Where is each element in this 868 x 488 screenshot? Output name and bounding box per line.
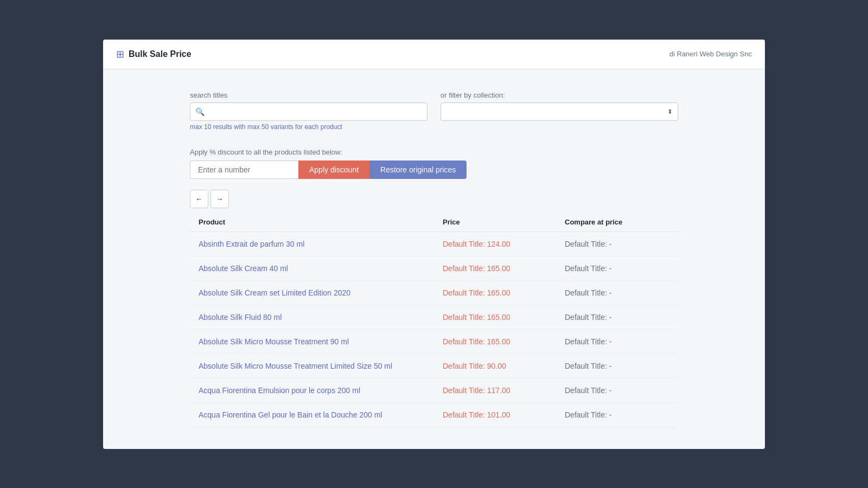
product-name: Absinth Extrait de parfum 30 ml — [190, 232, 434, 256]
search-row: search titles 🔍 max 10 results with max … — [190, 91, 678, 131]
discount-section: Apply % discount to all the products lis… — [190, 148, 678, 179]
product-price: Default Title: 165.00 — [434, 256, 556, 280]
search-input[interactable] — [190, 102, 427, 121]
apply-discount-button[interactable]: Apply discount — [298, 160, 369, 179]
product-compare-price: Default Title: - — [556, 256, 678, 280]
filter-group: or filter by collection: ⬍ — [441, 91, 678, 121]
product-compare-price: Default Title: - — [556, 402, 678, 427]
pagination-row: ← → — [190, 190, 678, 208]
collection-select-wrapper: ⬍ — [441, 102, 678, 121]
product-compare-price: Default Title: - — [556, 305, 678, 329]
product-compare-price: Default Title: - — [556, 378, 678, 402]
product-name: Absolute Silk Fluid 80 ml — [190, 305, 434, 329]
discount-row: Apply discount Restore original prices — [190, 160, 678, 179]
app-title: Bulk Sale Price — [129, 49, 192, 59]
table-row: Absolute Silk Cream 40 ml Default Title:… — [190, 256, 678, 280]
search-icon: 🔍 — [195, 107, 205, 116]
header-left: ⊞ Bulk Sale Price — [116, 48, 192, 60]
product-name: Absolute Silk Cream set Limited Edition … — [190, 280, 434, 305]
discount-input[interactable] — [190, 160, 298, 179]
header-branding: di Raneri Web Design Snc — [669, 50, 752, 58]
product-price: Default Title: 90.00 — [434, 354, 556, 378]
content-area: search titles 🔍 max 10 results with max … — [103, 69, 765, 449]
table-header-row: Product Price Compare at price — [190, 213, 678, 232]
table-row: Absinth Extrait de parfum 30 ml Default … — [190, 232, 678, 256]
prev-page-button[interactable]: ← — [190, 190, 208, 208]
collection-select[interactable] — [441, 102, 678, 121]
product-name: Absolute Silk Micro Mousse Treatment Lim… — [190, 354, 434, 378]
product-price: Default Title: 165.00 — [434, 305, 556, 329]
table-row: Acqua Fiorentina Emulsion pour le corps … — [190, 378, 678, 402]
main-container: ⊞ Bulk Sale Price di Raneri Web Design S… — [103, 40, 765, 449]
product-price: Default Title: 117.00 — [434, 378, 556, 402]
product-price: Default Title: 101.00 — [434, 402, 556, 427]
table-row: Acqua Fiorentina Gel pour le Bain et la … — [190, 402, 678, 427]
app-icon: ⊞ — [116, 48, 124, 60]
product-compare-price: Default Title: - — [556, 329, 678, 354]
search-label: search titles — [190, 91, 427, 99]
product-compare-price: Default Title: - — [556, 354, 678, 378]
product-name: Absolute Silk Micro Mousse Treatment 90 … — [190, 329, 434, 354]
search-hint: max 10 results with max 50 variants for … — [190, 123, 427, 131]
filter-label: or filter by collection: — [441, 91, 678, 99]
discount-label: Apply % discount to all the products lis… — [190, 148, 678, 156]
product-price: Default Title: 124.00 — [434, 232, 556, 256]
search-group: search titles 🔍 max 10 results with max … — [190, 91, 427, 131]
product-price: Default Title: 165.00 — [434, 280, 556, 305]
col-header-product: Product — [190, 213, 434, 232]
header: ⊞ Bulk Sale Price di Raneri Web Design S… — [103, 40, 765, 69]
product-name: Acqua Fiorentina Emulsion pour le corps … — [190, 378, 434, 402]
products-table: Product Price Compare at price Absinth E… — [190, 213, 678, 427]
next-page-button[interactable]: → — [210, 190, 229, 208]
product-compare-price: Default Title: - — [556, 280, 678, 305]
product-compare-price: Default Title: - — [556, 232, 678, 256]
table-row: Absolute Silk Micro Mousse Treatment Lim… — [190, 354, 678, 378]
table-row: Absolute Silk Micro Mousse Treatment 90 … — [190, 329, 678, 354]
col-header-price: Price — [434, 213, 556, 232]
product-name: Absolute Silk Cream 40 ml — [190, 256, 434, 280]
table-row: Absolute Silk Fluid 80 ml Default Title:… — [190, 305, 678, 329]
search-input-wrapper: 🔍 — [190, 102, 427, 121]
table-row: Absolute Silk Cream set Limited Edition … — [190, 280, 678, 305]
product-name: Acqua Fiorentina Gel pour le Bain et la … — [190, 402, 434, 427]
product-price: Default Title: 165.00 — [434, 329, 556, 354]
restore-prices-button[interactable]: Restore original prices — [369, 160, 467, 179]
col-header-compare: Compare at price — [556, 213, 678, 232]
